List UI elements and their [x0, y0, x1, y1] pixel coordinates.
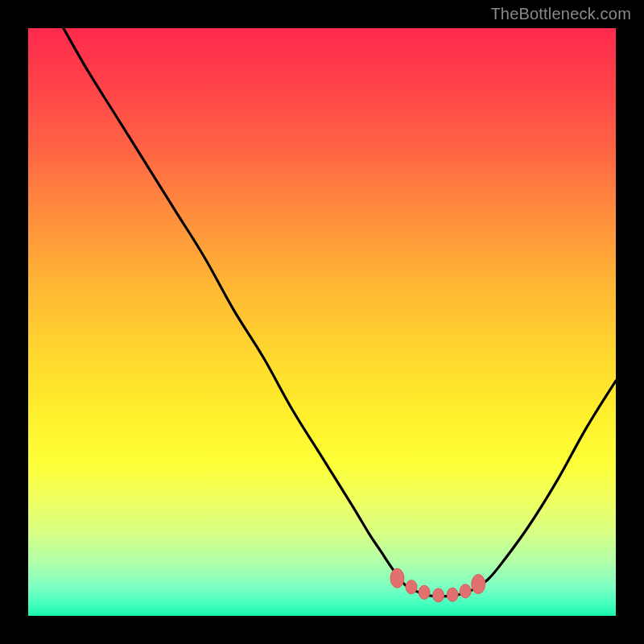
chart-container: TheBottleneck.com — [0, 0, 644, 644]
optimal-marker — [472, 575, 485, 594]
optimal-marker — [460, 584, 471, 598]
plot-area — [28, 28, 616, 616]
bottleneck-curve — [64, 28, 616, 597]
optimal-marker — [419, 585, 430, 599]
attribution-watermark: TheBottleneck.com — [490, 5, 631, 23]
optimal-marker — [447, 588, 458, 601]
optimal-marker — [406, 580, 417, 594]
curve-overlay — [28, 28, 616, 616]
optimal-marker — [390, 568, 404, 588]
optimal-marker — [433, 588, 444, 602]
